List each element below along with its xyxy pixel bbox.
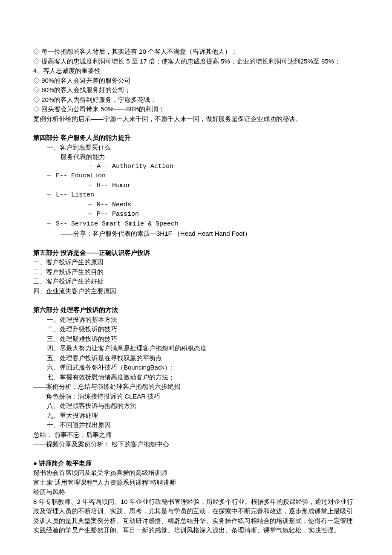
section-5-heading: 第五部分 投诉是金——正确认识客户投诉 (33, 248, 359, 258)
section-4-line: S-- Service Smart Smile & Speech (33, 220, 359, 229)
instructor-block: ● 讲师简介 敦平老师 秘书协会首席顾问及最受学员喜爱的高级培训师 富士康“通用… (33, 459, 359, 535)
intro-line: ◇ 90%的客人会避开差的服务公司 (33, 76, 359, 86)
section-5: 第五部分 投诉是金——正确认识客户投诉 一、客户投诉产生的原因 二、客户投诉产生… (33, 248, 359, 296)
section-6: 第六部分 处理客户投诉的方法 一、处理投诉的基本方法 二、处理升级投诉的技巧 三… (33, 305, 359, 449)
section-6-line: ——案例分析：总结与演练处理客户抱怨的六步绝招 (33, 382, 359, 392)
section-4-line: E-- Education (33, 171, 359, 181)
section-6-line: 七、掌握有效抚慰情绪高度激动客户的方法； (33, 373, 359, 382)
section-4-line: ——分享：客户服务代表的素质---3H1F （Head Heart Hand F… (33, 229, 359, 239)
section-6-line: 总结： 前事不忘，后事之师 (33, 430, 359, 440)
section-6-line: 十、不回避并找出原因 (33, 420, 359, 430)
intro-line: ◇ 提高客人的忠诚度利润可增长 5 至 17 倍；使客人的忠诚度提高 5%，企业… (33, 57, 359, 66)
section-6-line: 六、弹回式服务弥补技巧（BouncingBack）; (33, 363, 359, 373)
section-6-line: 一、处理投诉的基本方法 (33, 315, 359, 325)
section-5-line: 四、企业流失客户的主要原因 (33, 286, 359, 296)
intro-line: 4、客人忠诚度的重要性 (33, 66, 359, 76)
instructor-line: 8 年专职教师、2 年咨询顾问、10 年企业行政秘书管理经验，历经多个行业。根据… (33, 497, 359, 535)
section-6-line: 八、处理顾客投诉与抱怨的方法 (33, 401, 359, 411)
section-6-line: ——视频分享及案例分析： 松下的客户抱怨中心 (33, 439, 359, 449)
section-4-line: H-- Humor (33, 181, 359, 191)
instructor-line: 富士康“通用管理课程”“人力资源系列课程”特聘讲师 (33, 478, 359, 488)
section-5-line: 一、客户投诉产生的原因 (33, 257, 359, 267)
instructor-heading: ● 讲师简介 敦平老师 (33, 459, 359, 468)
section-6-heading: 第六部分 处理客户投诉的方法 (33, 305, 359, 315)
intro-line: ◇ 20%的客人为得到好服务，宁愿多花钱； (33, 95, 359, 105)
intro-line: ◇ 80%的客人会找服务好的公司； (33, 85, 359, 95)
section-4-line: 一、客户到底要买什么 (33, 143, 359, 153)
section-5-line: 二、客户投诉产生的目的 (33, 267, 359, 277)
section-4-heading: 第四部分 客户服务人员的能力提升 (33, 133, 359, 143)
section-6-line: 三、处理疑难投诉的技巧 (33, 334, 359, 344)
section-6-line: 九、重大投诉处理 (33, 411, 359, 421)
instructor-line: 经历与风格 (33, 487, 359, 497)
intro-line: ◇ 每一位抱怨的客人背后，其实还有 20 个客人不满意（告诉其他人）； (33, 47, 359, 57)
intro-line: 案例分析带给的启示——宁愿一人来千回，不愿千人来一回，做好服务是保证企业成功的秘… (33, 114, 359, 124)
section-4-line: 服务代表的能力 (33, 152, 359, 162)
section-6-line: ——角色扮演：演练接待投诉的 CLEAR 技巧 (33, 392, 359, 402)
instructor-line: 秘书协会首席顾问及最受学员喜爱的高级培训师 (33, 468, 359, 478)
section-4-line: P-- Passion (33, 210, 359, 220)
section-4-line: L-- Listen (33, 191, 359, 200)
section-6-line: 四、尽最大努力让客户满意是处理客户抱怨时的积极态度 (33, 344, 359, 353)
section-4-line: A-- Authority Action (33, 162, 359, 172)
section-4-line: N-- Needs (33, 200, 359, 210)
intro-block: ◇ 每一位抱怨的客人背后，其实还有 20 个客人不满意（告诉其他人）； ◇ 提高… (33, 47, 359, 124)
section-6-line: 五、处理客户投诉是在寻找双赢的平衡点 (33, 353, 359, 363)
section-5-line: 三、客户投诉产生的好处 (33, 277, 359, 286)
intro-line: ◇ 回头客会为公司带来 50%——80%的利润； (33, 104, 359, 114)
section-4: 第四部分 客户服务人员的能力提升 一、客户到底要买什么 服务代表的能力 A-- … (33, 133, 359, 239)
section-6-line: 二、处理升级投诉的技巧 (33, 324, 359, 334)
